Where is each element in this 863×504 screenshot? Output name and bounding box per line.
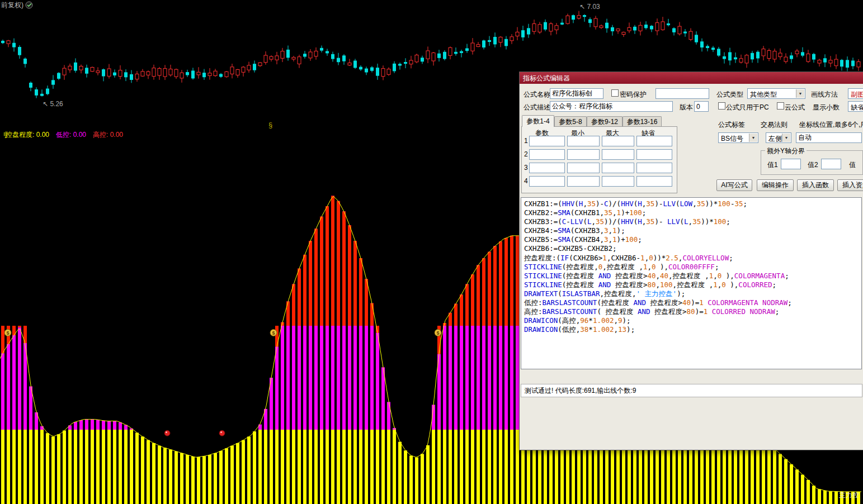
param-row-number: 4 <box>524 177 528 185</box>
tab-params-9-12[interactable]: 参数9-12 <box>587 116 623 127</box>
red-ball-icon <box>164 430 170 436</box>
insert-function-button[interactable]: 插入函数 <box>797 179 834 191</box>
formula-type-label: 公式类型 <box>716 90 743 99</box>
svg-text:$: $ <box>436 330 439 336</box>
decimals-select[interactable]: 缺省位 ▼ <box>848 101 863 112</box>
formula-editor-dialog: 指标公式编辑器 公式名称 密码保护 公式类型 其他类型 ▼ 画线方法 副图 ▼ … <box>519 72 863 450</box>
formula-name-input[interactable] <box>550 88 603 99</box>
param-input[interactable] <box>529 176 565 187</box>
low-price-marker: ↖ 5.26 <box>43 100 63 108</box>
insert-resource-button[interactable]: 插入资源 <box>837 179 863 191</box>
param-input[interactable] <box>567 176 600 187</box>
money-bag-icon: $ <box>4 329 11 336</box>
decimals-value: 缺省位 <box>851 103 863 111</box>
param-input[interactable] <box>636 176 672 187</box>
draw-method-label: 画线方法 <box>811 90 838 99</box>
password-protect-label: 密码保护 <box>620 90 647 99</box>
draw-method-select[interactable]: 副图 ▼ <box>848 88 863 99</box>
param-input[interactable] <box>529 149 565 160</box>
draw-method-value: 副图 <box>851 91 863 98</box>
chevron-down-icon: ▼ <box>749 134 757 142</box>
edit-operation-button[interactable]: 编辑操作 <box>757 179 794 191</box>
last-bar-label: 主力控 <box>839 491 859 499</box>
param-input[interactable] <box>529 136 565 146</box>
param-input[interactable] <box>602 149 634 160</box>
money-bag-icon: $ <box>270 329 277 336</box>
param-input[interactable] <box>636 163 672 173</box>
dialog-titlebar[interactable]: 指标公式编辑器 <box>520 72 863 84</box>
param-input[interactable] <box>602 176 634 187</box>
formula-desc-input[interactable] <box>550 101 673 112</box>
param-row-number: 3 <box>524 164 528 172</box>
money-bag-icon: $ <box>435 329 441 336</box>
high-price-marker: ↖ 7.03 <box>579 3 600 11</box>
ai-write-formula-button[interactable]: AI写公式 <box>716 179 752 191</box>
tab-params-13-16[interactable]: 参数13-16 <box>623 116 662 127</box>
param-input[interactable] <box>567 163 600 173</box>
formula-name-label: 公式名称 <box>524 90 550 99</box>
chevron-down-icon: ▼ <box>782 134 790 142</box>
cloud-formula-checkbox[interactable] <box>777 102 784 110</box>
side-select[interactable]: 左侧 ▼ <box>766 132 791 143</box>
axis-position-label: 坐标线位置,最多6个,用 <box>799 120 863 130</box>
formula-desc-label: 公式描述 <box>524 103 550 112</box>
formula-type-value: 其他类型 <box>750 91 777 98</box>
indicator-value-label: 低控: 0.00 <box>56 131 86 139</box>
side-value: 左侧 <box>768 135 782 142</box>
red-ball-icon <box>219 430 225 436</box>
param-input[interactable] <box>567 149 600 160</box>
tab-params-5-8[interactable]: 参数5-8 <box>554 116 587 127</box>
param-input[interactable] <box>602 136 634 146</box>
tab-params-1-4[interactable]: 参数1-4 <box>522 115 554 127</box>
param-input[interactable] <box>529 163 565 173</box>
svg-text:$: $ <box>6 330 9 336</box>
param-panel: 参数 最小 最大 缺省 1 2 3 4 <box>521 126 677 193</box>
value3-label: 值 <box>849 160 856 170</box>
param-input[interactable] <box>602 163 634 173</box>
chevron-down-icon: ▼ <box>796 89 804 98</box>
cloud-formula-label: 云公式 <box>785 103 805 112</box>
param-input[interactable] <box>567 136 600 146</box>
value1-label: 值1 <box>767 160 778 170</box>
version-label: 版本 <box>680 103 693 112</box>
param-input[interactable] <box>636 136 672 146</box>
value1-input[interactable] <box>781 159 801 169</box>
adjust-mode-label: 前复权) <box>1 1 23 9</box>
formula-type-select[interactable]: 其他类型 ▼ <box>747 88 805 99</box>
formula-code-editor[interactable]: CXHZB1:=(HHV(H,35)-C)/(HHV(H,35)-LLV(LOW… <box>521 197 862 369</box>
section-icon: § <box>268 121 272 129</box>
indicator-value-label: 控盘程度: 0.00 <box>6 131 49 139</box>
compile-status-bar: 测试通过! 代码长度:691,输出线个数:9 <box>521 384 862 397</box>
param-row-number: 2 <box>524 150 528 158</box>
auto-input[interactable] <box>796 132 862 143</box>
param-row-number: 1 <box>524 137 528 145</box>
param-input[interactable] <box>636 149 672 160</box>
signal-select[interactable]: BS信号 ▼ <box>718 132 758 143</box>
pc-only-checkbox[interactable] <box>718 102 725 110</box>
decimals-label: 显示小数 <box>813 103 840 112</box>
value2-label: 值2 <box>808 160 818 170</box>
password-protect-checkbox[interactable] <box>611 89 619 97</box>
check-badge-icon <box>26 2 32 8</box>
extra-y-axis-title: 额外Y轴分界 <box>765 146 807 156</box>
formula-tag-label: 公式标签 <box>718 120 745 130</box>
value2-input[interactable] <box>821 159 841 169</box>
indicator-value-label: 高控: 0.00 <box>93 131 123 139</box>
pc-only-label: 公式只用于PC <box>726 103 769 112</box>
password-input[interactable] <box>655 88 709 99</box>
svg-text:$: $ <box>272 330 275 336</box>
dialog-title: 指标公式编辑器 <box>523 74 570 82</box>
signal-value: BS信号 <box>721 135 743 142</box>
version-input[interactable] <box>694 101 709 112</box>
trade-rule-label: 交易法则 <box>761 120 787 130</box>
